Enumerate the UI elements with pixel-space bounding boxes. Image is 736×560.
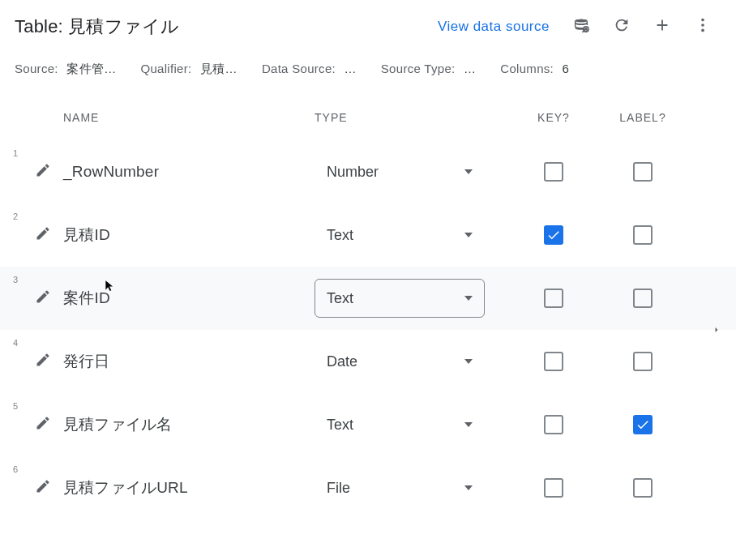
key-checkbox[interactable] [544, 352, 563, 371]
info-datasource-value: … [344, 62, 357, 75]
info-datasource[interactable]: Data Source: … [262, 62, 357, 77]
chevron-down-icon [464, 422, 473, 427]
chevron-down-icon [464, 169, 473, 174]
pencil-icon [35, 415, 51, 434]
th-name: NAME [63, 111, 315, 124]
svg-point-3 [701, 24, 704, 27]
pencil-icon [35, 162, 51, 182]
table-row[interactable]: 5見積ファイル名Text [0, 393, 736, 456]
table-header-bar: Table: 見積ファイル View data source [0, 0, 736, 47]
row-index: 2 [0, 203, 23, 221]
info-datasource-label: Data Source: [262, 62, 336, 75]
edit-column-button[interactable] [23, 162, 63, 182]
info-qualifier[interactable]: Qualifier: 見積… [140, 62, 237, 77]
columns-table-body: 1_RowNumberNumber2見積IDText3案件IDText4発行日D… [0, 140, 736, 519]
column-name[interactable]: 見積ID [63, 224, 315, 246]
th-type: TYPE [315, 111, 509, 124]
column-type-value: File [327, 480, 350, 497]
column-type-value: Date [327, 353, 357, 370]
info-source-label: Source: [15, 62, 58, 75]
table-title-prefix: Table: [15, 16, 63, 36]
info-columns-label: Columns: [500, 62, 554, 75]
table-row[interactable]: 2見積IDText [0, 203, 736, 267]
info-sourcetype-label: Source Type: [381, 62, 456, 75]
refresh-icon[interactable] [613, 16, 631, 37]
label-checkbox[interactable] [633, 225, 653, 245]
column-type-select[interactable]: Text [315, 279, 485, 318]
column-type-select[interactable]: Text [315, 405, 485, 444]
th-label: LABEL? [598, 111, 687, 124]
row-index: 1 [0, 140, 23, 158]
column-type-select[interactable]: Number [315, 152, 485, 191]
plus-icon[interactable] [653, 16, 671, 37]
table-info-strip: Source: 案件管… Qualifier: 見積… Data Source:… [0, 47, 736, 101]
chevron-down-icon [464, 233, 473, 237]
label-checkbox[interactable] [633, 478, 653, 498]
view-data-source-link[interactable]: View data source [438, 19, 550, 35]
info-source-value: 案件管… [66, 62, 116, 75]
column-name[interactable]: 見積ファイルURL [63, 477, 315, 498]
info-sourcetype-value: … [464, 62, 476, 75]
edit-column-button[interactable] [23, 478, 63, 498]
th-key: KEY? [509, 111, 598, 124]
label-checkbox[interactable] [633, 289, 653, 308]
column-name[interactable]: 案件ID [63, 288, 315, 309]
pencil-icon [35, 289, 51, 308]
key-checkbox[interactable] [544, 478, 563, 498]
pencil-icon [35, 478, 51, 498]
row-index: 5 [0, 393, 23, 411]
column-type-value: Number [327, 164, 379, 181]
table-row[interactable]: 3案件IDText [0, 267, 736, 330]
edit-column-button[interactable] [23, 225, 63, 245]
label-checkbox[interactable] [633, 415, 653, 434]
info-columns-value: 6 [563, 62, 570, 75]
column-name[interactable]: _RowNumber [63, 163, 315, 181]
column-name[interactable]: 見積ファイル名 [63, 414, 315, 435]
column-type-select[interactable]: File [315, 468, 485, 507]
info-qualifier-label: Qualifier: [140, 62, 191, 75]
column-type-select[interactable]: Text [315, 216, 485, 254]
key-checkbox[interactable] [544, 162, 563, 182]
column-type-value: Text [327, 227, 353, 244]
column-name[interactable]: 発行日 [63, 351, 315, 372]
edit-column-button[interactable] [23, 352, 63, 371]
table-title-value: 見積ファイル [68, 16, 179, 36]
chevron-down-icon [464, 359, 473, 364]
column-type-select[interactable]: Date [315, 342, 485, 381]
header-action-icons [572, 16, 712, 37]
info-sourcetype[interactable]: Source Type: … [381, 62, 477, 77]
row-index: 6 [0, 456, 23, 474]
chevron-down-icon [464, 296, 473, 301]
edit-column-button[interactable] [23, 289, 63, 308]
key-checkbox[interactable] [544, 225, 563, 245]
info-qualifier-value: 見積… [200, 62, 237, 75]
key-checkbox[interactable] [544, 415, 563, 434]
more-vert-icon[interactable] [694, 16, 712, 37]
pencil-icon [35, 225, 51, 245]
expand-panel-button[interactable] [712, 323, 721, 340]
label-checkbox[interactable] [633, 352, 653, 371]
info-source[interactable]: Source: 案件管… [15, 62, 116, 77]
row-index: 4 [0, 330, 23, 348]
label-checkbox[interactable] [633, 162, 653, 182]
edit-column-button[interactable] [23, 415, 63, 434]
table-title: Table: 見積ファイル [15, 15, 438, 39]
column-type-value: Text [327, 290, 353, 307]
info-columns[interactable]: Columns: 6 [500, 62, 569, 77]
row-index: 3 [0, 267, 23, 284]
table-row[interactable]: 1_RowNumberNumber [0, 140, 736, 203]
column-type-value: Text [327, 417, 353, 434]
chevron-down-icon [464, 485, 473, 490]
svg-point-4 [701, 29, 704, 32]
table-row[interactable]: 4発行日Date [0, 330, 736, 393]
pencil-icon [35, 352, 51, 371]
regenerate-icon[interactable] [572, 16, 590, 37]
table-row[interactable]: 6見積ファイルURLFile [0, 456, 736, 519]
svg-point-2 [701, 19, 704, 22]
columns-table-header: NAME TYPE KEY? LABEL? [0, 101, 736, 140]
key-checkbox[interactable] [544, 289, 563, 308]
